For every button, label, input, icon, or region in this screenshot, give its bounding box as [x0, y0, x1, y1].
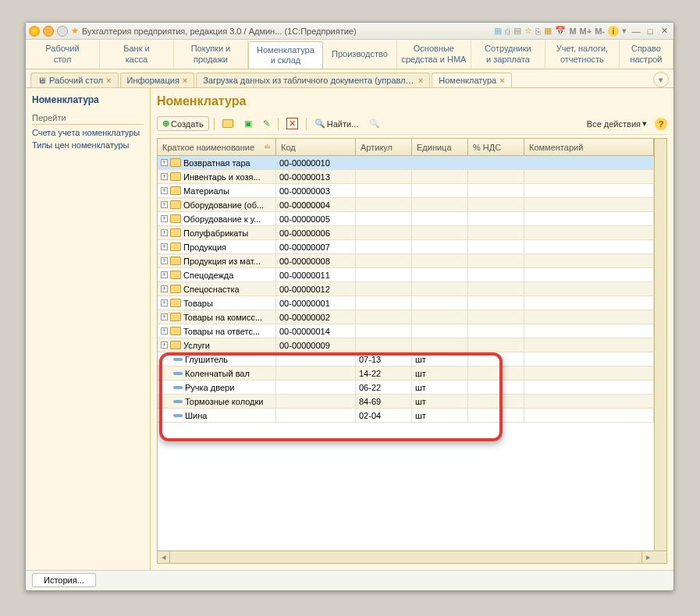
- close-icon[interactable]: ×: [418, 76, 423, 85]
- expand-icon[interactable]: +: [161, 257, 168, 264]
- tab-load[interactable]: Загрузка данных из табличного документа …: [196, 73, 430, 87]
- table-row[interactable]: +Спецоснастка00-00000012: [158, 282, 654, 296]
- expand-icon[interactable]: +: [161, 243, 168, 250]
- table-row[interactable]: +Оборудование к у...00-00000005: [158, 212, 654, 226]
- new-folder-button[interactable]: [219, 118, 236, 129]
- table-row[interactable]: +Инвентарь и хозя...00-00000013: [158, 170, 654, 184]
- col-name[interactable]: Краткое наименование ≐: [158, 139, 276, 155]
- nav-bank[interactable]: Банк икасса: [100, 40, 174, 69]
- col-unit[interactable]: Единица: [412, 139, 468, 155]
- m-btn[interactable]: M: [569, 27, 576, 36]
- expand-icon[interactable]: +: [161, 285, 168, 292]
- row-article: 07-13: [356, 352, 412, 366]
- nav-production[interactable]: Производство: [323, 40, 397, 69]
- vertical-scrollbar[interactable]: [654, 139, 666, 551]
- close-icon[interactable]: ×: [106, 76, 111, 85]
- calendar-icon[interactable]: 📅: [555, 26, 566, 36]
- find-button[interactable]: 🔍Найти...: [311, 117, 362, 130]
- favorite-icon[interactable]: ★: [71, 26, 79, 36]
- expand-icon[interactable]: +: [161, 299, 168, 306]
- expand-icon[interactable]: +: [161, 159, 168, 166]
- star-icon[interactable]: ☆: [524, 26, 532, 36]
- mminus-btn[interactable]: M-: [595, 27, 605, 36]
- grid-body[interactable]: +Возвратная тара00-00000010+Инвентарь и …: [158, 156, 654, 551]
- scroll-right-icon[interactable]: ▸: [641, 551, 654, 563]
- scroll-left-icon[interactable]: ◂: [158, 551, 170, 563]
- table-row[interactable]: +Материалы00-00000003: [158, 184, 654, 198]
- nav-nomenclature[interactable]: Номенклатураи склад: [248, 41, 323, 69]
- row-code: 00-00000011: [276, 268, 356, 281]
- maximize-button[interactable]: □: [644, 26, 656, 37]
- col-vat[interactable]: % НДС: [468, 139, 524, 155]
- print-icon[interactable]: ⎙: [505, 27, 510, 36]
- expand-icon[interactable]: +: [161, 229, 168, 236]
- table-row[interactable]: +Услуги00-00000009: [158, 338, 654, 352]
- grid-header: Краткое наименование ≐ Код Артикул Едини…: [158, 139, 654, 156]
- nav-back-icon[interactable]: [43, 26, 54, 37]
- help-icon[interactable]: ?: [655, 118, 667, 130]
- tab-info[interactable]: Информация×: [120, 73, 195, 87]
- delete-button[interactable]: ✕: [283, 116, 301, 131]
- table-row[interactable]: +Продукция из мат...00-00000008: [158, 254, 654, 268]
- close-button[interactable]: ✕: [658, 26, 670, 37]
- expand-icon[interactable]: +: [161, 342, 168, 349]
- expand-icon[interactable]: +: [161, 173, 168, 180]
- expand-icon[interactable]: +: [161, 327, 168, 335]
- tool-icon[interactable]: ▦: [494, 26, 502, 36]
- main-nav: Рабочийстол Банк икасса Покупки ипродажи…: [26, 40, 673, 69]
- table-row[interactable]: +Полуфабрикаты00-00000006: [158, 226, 654, 240]
- table-row[interactable]: Ручка двери06-22шт: [158, 381, 654, 395]
- tabs-more-button[interactable]: ▾: [653, 72, 669, 87]
- close-icon[interactable]: ×: [183, 76, 187, 85]
- tab-nomenclature[interactable]: Номенклатура×: [432, 73, 511, 87]
- table-row[interactable]: +Возвратная тара00-00000010: [158, 156, 654, 170]
- expand-icon[interactable]: +: [161, 313, 168, 320]
- edit-button[interactable]: ✎: [260, 117, 273, 130]
- calc-icon[interactable]: ▦: [544, 26, 552, 36]
- table-row[interactable]: Шина02-04шт: [158, 409, 654, 423]
- create-button[interactable]: ⊕Создать: [157, 116, 209, 131]
- row-article: 14-22: [356, 366, 412, 380]
- table-row[interactable]: Глушитель07-13шт: [158, 352, 654, 366]
- table-row[interactable]: +Товары00-00000001: [158, 296, 654, 310]
- horizontal-scrollbar[interactable]: ◂ ▸: [158, 551, 666, 563]
- nav-staff[interactable]: Сотрудникии зарплата: [471, 40, 545, 69]
- nav-fwd-icon[interactable]: [57, 26, 68, 37]
- col-article[interactable]: Артикул: [356, 139, 412, 155]
- expand-icon[interactable]: +: [161, 201, 168, 208]
- window-title: Бухгалтерия предприятия, редакция 3.0 / …: [82, 27, 491, 36]
- expand-icon[interactable]: +: [161, 215, 168, 222]
- nav-sales[interactable]: Покупки ипродажи: [174, 40, 248, 69]
- row-code: 00-00000012: [276, 282, 356, 296]
- table-row[interactable]: +Товары на ответс...00-00000014: [158, 324, 654, 338]
- table-row[interactable]: Тормозные колодки84-69шт: [158, 395, 654, 409]
- tab-desktop[interactable]: 🖥Рабочий стол×: [30, 73, 119, 87]
- nav-assets[interactable]: Основныесредства и НМА: [397, 40, 471, 69]
- table-row[interactable]: +Спецодежда00-00000011: [158, 268, 654, 282]
- expand-icon[interactable]: +: [161, 187, 168, 194]
- expand-icon[interactable]: +: [161, 271, 168, 278]
- clear-find-button[interactable]: 🔍: [366, 117, 383, 130]
- nav-desktop[interactable]: Рабочийстол: [26, 40, 100, 69]
- minimize-button[interactable]: —: [630, 26, 642, 37]
- copy-button[interactable]: ▣: [241, 117, 255, 130]
- table-row[interactable]: +Товары на комисс...00-00000002: [158, 310, 654, 324]
- doc-icon[interactable]: ▤: [513, 26, 521, 36]
- table-row[interactable]: +Продукция00-00000007: [158, 240, 654, 254]
- link-icon[interactable]: ⎘: [535, 27, 541, 36]
- sidebar-link-accounts[interactable]: Счета учета номенклатуры: [32, 126, 144, 139]
- col-code[interactable]: Код: [276, 139, 356, 155]
- mplus-btn[interactable]: M+: [580, 27, 592, 36]
- table-row[interactable]: +Оборудование (об...00-00000004: [158, 198, 654, 212]
- history-button[interactable]: История...: [32, 573, 96, 587]
- dropdown-icon[interactable]: ▾: [622, 26, 627, 36]
- nav-settings[interactable]: Справонастрой: [620, 40, 673, 69]
- col-comment[interactable]: Комментарий: [524, 139, 654, 155]
- nav-reports[interactable]: Учет, налоги,отчетность: [545, 40, 620, 69]
- info-icon[interactable]: i: [608, 26, 619, 37]
- all-actions-button[interactable]: Все действия▾: [584, 117, 650, 130]
- sidebar-link-prices[interactable]: Типы цен номенклатуры: [32, 139, 144, 151]
- close-icon[interactable]: ×: [499, 76, 504, 85]
- row-name: Инвентарь и хозя...: [183, 172, 261, 182]
- table-row[interactable]: Коленчатый вал14-22шт: [158, 366, 654, 381]
